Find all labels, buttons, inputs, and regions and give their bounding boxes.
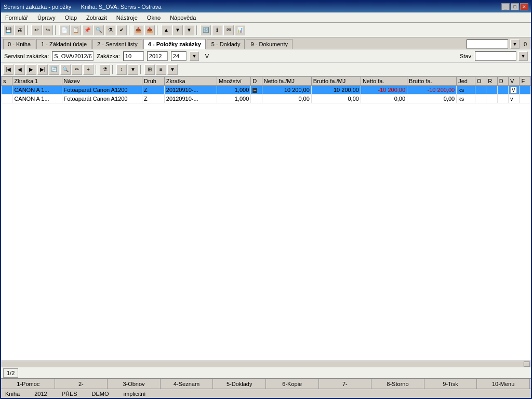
tb-paste[interactable]: 📌: [82, 25, 92, 35]
cell-mnozstvi-1: 1,000: [217, 86, 250, 95]
subtitle-text: Kniha: S_OVA: Servis - Ostrava: [81, 4, 162, 10]
col-zkratka1: Zkratka 1: [12, 77, 62, 86]
tb2-prev[interactable]: ◀: [15, 64, 25, 75]
tab-2-servisni[interactable]: 2 - Servisní listy: [92, 39, 142, 49]
scrollbar-thumb[interactable]: [524, 362, 530, 367]
cell-druh-2: Z: [142, 95, 165, 103]
fn-key-6[interactable]: 6-Kopie: [266, 379, 319, 389]
cell-netto-fa-1: -10 200,00: [361, 86, 407, 95]
tb-print[interactable]: 🖨: [15, 25, 25, 35]
cell-netto-mj-1: 10 200,00: [262, 86, 311, 95]
cell-jed-2: ks: [457, 95, 475, 103]
menu-napoveda[interactable]: Nápověda: [168, 14, 198, 21]
tb-undo[interactable]: ↩: [31, 25, 42, 35]
menu-zobrazit[interactable]: Zobrazit: [84, 14, 109, 21]
stav-label: Stav:: [460, 53, 473, 59]
fn-key-4[interactable]: 4-Seznam: [161, 379, 214, 389]
tab-0-kniha[interactable]: 0 - Kniha: [3, 39, 35, 49]
close-button[interactable]: ✕: [520, 3, 528, 10]
tb-mail[interactable]: ✉: [223, 25, 234, 35]
tb2-sort[interactable]: ↕: [116, 64, 127, 75]
cell-druh-1: Z: [142, 86, 165, 95]
tb-info[interactable]: ℹ: [212, 25, 222, 35]
tb-new[interactable]: 📄: [59, 25, 70, 35]
tab-9-dokumenty[interactable]: 9 - Dokumenty: [246, 39, 292, 49]
tb-save[interactable]: 💾: [3, 25, 14, 35]
tb2-add[interactable]: +: [83, 64, 94, 75]
cell-brutto-fa-1: -10 200,00: [407, 86, 457, 95]
col-brutto-fa: Brutto fa.: [407, 77, 457, 86]
zakaz-input3[interactable]: [171, 51, 187, 61]
tb-search[interactable]: 🔍: [94, 25, 104, 35]
minimize-button[interactable]: _: [501, 3, 510, 10]
main-window: Servisní zakázka - položky Kniha: S_OVA:…: [0, 0, 532, 399]
tab-filter-input[interactable]: [467, 39, 508, 49]
tab-1-zakladni[interactable]: 1 - Základní údaje: [36, 39, 91, 49]
tb-copy[interactable]: 📋: [71, 25, 81, 35]
cell-zkratka1-1: CANON A 1...: [12, 86, 62, 95]
fn-key-2[interactable]: 2-: [55, 379, 108, 389]
tb-menu2[interactable]: ▼: [184, 25, 194, 35]
table-row[interactable]: CANON A 1... Fotoaparát Canon A1200 Z 20…: [2, 86, 531, 95]
tb-sep5: [196, 25, 198, 35]
tb-select[interactable]: ✔: [116, 25, 127, 35]
zakaz-input1[interactable]: [123, 51, 144, 61]
tb2-first[interactable]: |◀: [3, 64, 14, 75]
tab-5-doklady[interactable]: 5 - Doklady: [207, 39, 245, 49]
tb2-sep1: [96, 65, 98, 74]
tb2-grid[interactable]: ⊞: [144, 64, 155, 75]
tb2-search2[interactable]: 🔍: [60, 64, 71, 75]
tb-up[interactable]: ▲: [161, 25, 171, 35]
menu-olap[interactable]: Olap: [63, 14, 79, 21]
fn-key-10[interactable]: 10-Menu: [477, 379, 530, 389]
col-zkratka: Zkratka: [164, 77, 217, 86]
zakaz-dropdown[interactable]: ▼: [190, 51, 199, 61]
tb-extra[interactable]: 📊: [235, 25, 245, 35]
function-key-bar: 1-Pomoc 2- 3-Obnov 4-Seznam 5-Doklady 6-…: [1, 378, 531, 389]
tb2-filter2[interactable]: ⚗: [100, 64, 110, 75]
stav-box: Stav: ▼: [460, 51, 528, 61]
table-row[interactable]: CANON A 1... Fotoaparát Canon A1200 Z 20…: [2, 95, 531, 103]
fn-key-9[interactable]: 9-Tisk: [424, 379, 477, 389]
stav-input[interactable]: [475, 51, 516, 61]
fn-key-3[interactable]: 3-Obnov: [108, 379, 161, 389]
cell-mnozstvi-2: 1,000: [217, 95, 250, 103]
col-brutto-mj: Brutto fa./MJ: [311, 77, 361, 86]
tb-export[interactable]: 📤: [144, 25, 155, 35]
fn-key-7[interactable]: 7-: [319, 379, 372, 389]
tb-down[interactable]: ▼: [172, 25, 183, 35]
fn-key-8[interactable]: 8-Storno: [371, 379, 424, 389]
tb2-view-dd[interactable]: ▼: [167, 64, 178, 75]
tab-counter: 0: [522, 41, 529, 47]
cell-o-2: [475, 95, 486, 103]
tb-filter[interactable]: ⚗: [105, 25, 115, 35]
cell-brutto-mj-2: 0,00: [311, 95, 361, 103]
tb-import[interactable]: 📥: [133, 25, 143, 35]
col-v: V: [509, 77, 520, 86]
cell-brutto-mj-1: 10 200,00: [311, 86, 361, 95]
menu-okno[interactable]: Okno: [145, 14, 163, 21]
stav-dropdown[interactable]: ▼: [518, 51, 528, 61]
menu-formular[interactable]: Formulář: [3, 14, 30, 21]
tb2-sort-dd[interactable]: ▼: [128, 64, 138, 75]
cell-v-2: v: [509, 95, 520, 103]
col-netto-mj: Netto fa./MJ: [262, 77, 311, 86]
tab-dropdown-btn[interactable]: ▼: [510, 39, 520, 49]
tb-calc[interactable]: 🔢: [201, 25, 211, 35]
tb2-last[interactable]: ▶|: [37, 64, 48, 75]
tb2-edit[interactable]: ✏: [72, 64, 82, 75]
tb-redo[interactable]: ↪: [43, 25, 53, 35]
zakaz-input2[interactable]: [147, 51, 168, 61]
cell-nazev-1: Fotoaparát Canon A1200: [62, 86, 142, 95]
order-input[interactable]: [52, 51, 94, 61]
maximize-button[interactable]: □: [511, 3, 519, 10]
fn-key-1[interactable]: 1-Pomoc: [2, 379, 55, 389]
cell-d-2: [251, 95, 262, 103]
tb2-refresh[interactable]: 🔄: [49, 64, 59, 75]
tab-4-polozky[interactable]: 4 - Položky zakázky: [143, 39, 206, 49]
fn-key-5[interactable]: 5-Doklady: [213, 379, 266, 389]
menu-nastroje[interactable]: Nástroje: [114, 14, 140, 21]
tb2-list[interactable]: ≡: [156, 64, 166, 75]
tb2-next[interactable]: ▶: [26, 64, 36, 75]
menu-upravy[interactable]: Úpravy: [35, 14, 58, 21]
